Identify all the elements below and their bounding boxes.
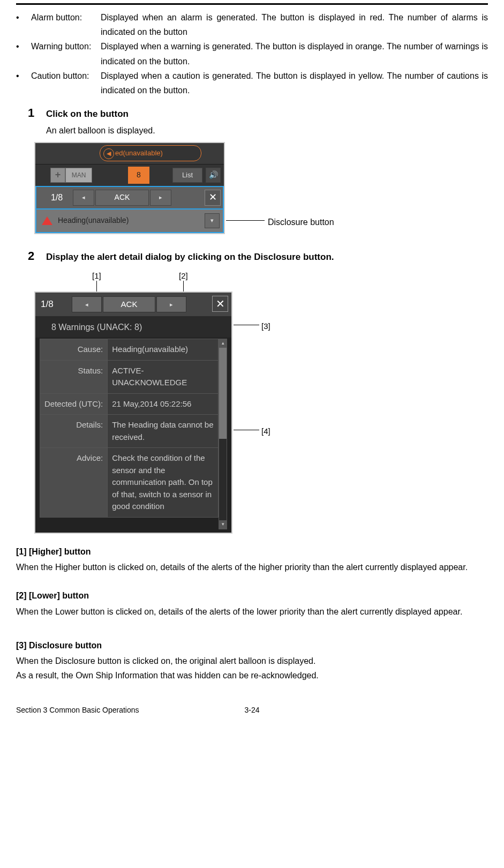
section-disclosure: [3] Disclosure button When the Disclosur… <box>16 638 488 683</box>
cause-key: Cause: <box>40 339 108 361</box>
detected-key: Detected (UTC): <box>40 393 108 415</box>
table-row: Status: ACTIVE-UNACKNOWLEDGE <box>40 360 219 393</box>
callout-line <box>226 220 265 221</box>
prev-button[interactable]: ◂ <box>73 190 94 206</box>
figure-alert-detail: [1] [2] [3] [4] 1/8 ◂ ACK ▸ ✕ 8 Warnings… <box>34 269 488 536</box>
detail-close-button[interactable]: ✕ <box>212 296 228 312</box>
callout-3-label: [3] <box>261 319 270 333</box>
step-1-title: Click on the button <box>46 107 129 122</box>
section-higher-heading: [1] [Higher] button <box>16 544 488 559</box>
table-row: Detected (UTC): 21 May,2014 05:22:56 <box>40 393 219 415</box>
detected-value: 21 May,2014 05:22:56 <box>108 393 219 415</box>
details-key: Details: <box>40 415 108 448</box>
alarm-desc: Displayed when an alarm is generated. Th… <box>101 10 488 39</box>
detail-scrollbar[interactable]: ▴ ▾ <box>219 339 227 529</box>
warning-row: • Warning button: Displayed when a warni… <box>16 39 488 68</box>
bullet: • <box>16 69 31 83</box>
alert-counter: 1/8 <box>41 189 73 206</box>
cause-value: Heading(unavailable) <box>108 339 219 361</box>
bullet: • <box>16 10 31 25</box>
disclosure-button[interactable]: ▾ <box>205 213 220 228</box>
section-disclosure-body-2: As a result, the Own Ship Information th… <box>16 668 488 683</box>
callout-4-line <box>234 430 259 430</box>
caution-row: • Caution button: Displayed when a cauti… <box>16 69 488 98</box>
section-higher: [1] [Higher] button When the Higher butt… <box>16 544 488 574</box>
speaker-icon[interactable]: 🔊 <box>206 168 221 183</box>
step-1: 1 Click on the button An alert balloon i… <box>28 103 488 138</box>
button-definitions: • Alarm button: Displayed when an alarm … <box>16 10 488 98</box>
detail-top-bar: 1/8 ◂ ACK ▸ ✕ <box>35 293 231 316</box>
caution-desc: Displayed when a caution is generated. T… <box>101 69 488 98</box>
alert-item-text: Heading(unavailable) <box>58 214 205 227</box>
bullet: • <box>16 39 31 54</box>
status-key: Status: <box>40 360 108 393</box>
warning-term: Warning button: <box>31 39 101 54</box>
step-1-body: An alert balloon is displayed. <box>46 123 488 138</box>
pill-arrow-icon: ◀ <box>103 148 114 159</box>
section-disclosure-heading: [3] Disclosure button <box>16 638 488 653</box>
step-2-title: Display the alert detail dialog by click… <box>46 250 334 265</box>
section-lower-body: When the Lower button is clicked on, det… <box>16 604 488 619</box>
table-row: Cause: Heading(unavailable) <box>40 339 219 361</box>
callout-3-line <box>234 325 259 325</box>
alert-top-row: ◀ ed(unavailable) <box>35 143 224 164</box>
detail-table: Cause: Heading(unavailable) Status: ACTI… <box>40 339 219 518</box>
alert-row2: + MAN 8 List 🔊 <box>35 164 224 186</box>
warning-count-button[interactable]: 8 <box>128 167 149 184</box>
next-button[interactable]: ▸ <box>150 190 171 206</box>
pill-text: ed(unavailable) <box>115 147 163 159</box>
table-row: Details: The Heading data cannot be rece… <box>40 415 219 448</box>
advice-value: Check the condition of the sensor and th… <box>108 448 219 518</box>
scroll-up-icon[interactable]: ▴ <box>219 339 227 348</box>
alert-item-row: Heading(unavailable) ▾ <box>35 209 224 233</box>
callout-4-label: [4] <box>261 424 270 438</box>
warning-desc: Displayed when a warning is generated. T… <box>101 39 488 68</box>
step-2: 2 Display the alert detail dialog by cli… <box>28 246 488 266</box>
ack-button[interactable]: ACK <box>95 190 149 206</box>
scroll-thumb[interactable] <box>219 348 227 439</box>
alarm-term: Alarm button: <box>31 10 101 25</box>
table-row: Advice: Check the condition of the senso… <box>40 448 219 518</box>
detail-summary: 8 Warnings (UNACK: 8) <box>35 316 231 338</box>
plus-button[interactable]: + <box>50 168 65 183</box>
status-value: ACTIVE-UNACKNOWLEDGE <box>108 360 219 393</box>
lower-button[interactable]: ▸ <box>156 296 186 312</box>
close-button[interactable]: ✕ <box>205 190 221 206</box>
section-lower: [2] [Lower] button When the Lower button… <box>16 588 488 618</box>
detail-ack-button[interactable]: ACK <box>103 296 155 312</box>
page-top-divider <box>16 3 488 5</box>
section-higher-body: When the Higher button is clicked on, de… <box>16 560 488 574</box>
footer-spacer <box>260 704 488 717</box>
step-2-number: 2 <box>28 246 46 266</box>
higher-button[interactable]: ◂ <box>72 296 102 312</box>
advice-key: Advice: <box>40 448 108 518</box>
section-lower-heading: [2] [Lower] button <box>16 588 488 603</box>
footer-page-number: 3-24 <box>244 704 259 717</box>
alarm-row: • Alarm button: Displayed when an alarm … <box>16 10 488 39</box>
alert-detail-dialog: 1/8 ◂ ACK ▸ ✕ 8 Warnings (UNACK: 8) Caus… <box>34 291 232 534</box>
detail-counter: 1/8 <box>41 297 72 312</box>
figure-alert-balloon: ◀ ed(unavailable) + MAN 8 List 🔊 1/8 ◂ A… <box>34 142 488 236</box>
footer-section: Section 3 Common Basic Operations <box>16 704 244 717</box>
details-value: The Heading data cannot be received. <box>108 415 219 448</box>
man-button[interactable]: MAN <box>65 168 92 183</box>
ack-bar: 1/8 ◂ ACK ▸ ✕ <box>35 186 224 209</box>
alarm-triangle-icon <box>42 216 52 225</box>
callout-disclosure-label: Disclosure button <box>268 215 334 229</box>
caution-term: Caution button: <box>31 69 101 83</box>
list-button[interactable]: List <box>172 168 202 183</box>
section-disclosure-body-1: When the Disclosure button is clicked on… <box>16 654 488 668</box>
step-1-number: 1 <box>28 103 46 123</box>
alert-pill[interactable]: ◀ ed(unavailable) <box>100 145 201 161</box>
page-footer: Section 3 Common Basic Operations 3-24 <box>16 704 488 717</box>
alert-balloon-panel: ◀ ed(unavailable) + MAN 8 List 🔊 1/8 ◂ A… <box>34 142 225 234</box>
scroll-down-icon[interactable]: ▾ <box>219 520 227 529</box>
